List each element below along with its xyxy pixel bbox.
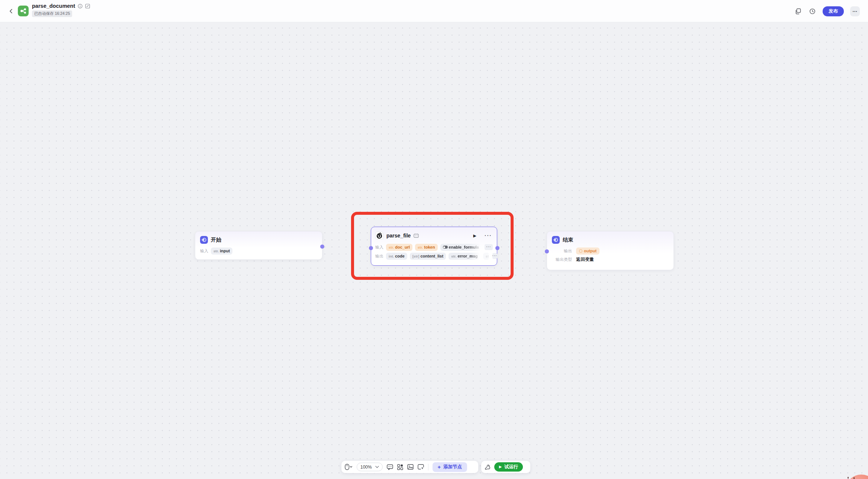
edit-title-icon[interactable] (85, 4, 90, 9)
node-end-title: 结束 (563, 237, 573, 243)
start-icon (200, 236, 208, 244)
end-type-value: 返回变量 (576, 256, 594, 263)
page-title: parse_document (32, 3, 75, 9)
info-icon[interactable] (78, 4, 83, 9)
mascot-eye (848, 477, 849, 479)
tag-name: output (584, 249, 597, 253)
top-bar: parse_document 已自动保存 16:24:25 (0, 0, 868, 22)
end-type-row: 输出类型 返回变量 (547, 255, 673, 263)
annotation-highlight-box (351, 212, 514, 280)
back-button[interactable] (8, 8, 14, 14)
duplicate-icon[interactable] (794, 7, 802, 15)
reference-icon (579, 249, 582, 253)
end-output-label: 输出 (551, 248, 572, 254)
top-bar-actions: 发布 ⋯ (794, 0, 860, 22)
test-run-button[interactable]: ▶ 试运行 (494, 462, 523, 472)
more-options-button[interactable]: ⋯ (850, 6, 860, 16)
start-input-tag[interactable]: str. input (211, 247, 232, 255)
pointer-mode-button[interactable] (345, 464, 353, 470)
frame-select-button[interactable] (418, 464, 424, 470)
play-icon: ▶ (499, 465, 502, 469)
canvas-toolbar: 100% (341, 461, 478, 473)
end-output-row: 输出 output (547, 246, 673, 255)
wrench-icon[interactable] (485, 464, 491, 470)
layout-grid-button[interactable] (397, 464, 403, 470)
node-start[interactable]: 开始 输入 str. input (195, 231, 322, 260)
chevron-down-icon (375, 466, 379, 468)
node-start-header: 开始 (195, 232, 322, 246)
node-end-header: 结束 (547, 232, 673, 246)
zoom-select[interactable]: 100% (357, 463, 383, 471)
node-end[interactable]: 结束 输出 output 输出类型 返回变量 (547, 231, 674, 270)
add-node-button[interactable]: + 添加节点 (433, 462, 467, 472)
add-node-label: 添加节点 (443, 464, 462, 470)
workflow-glyph-icon (20, 8, 26, 14)
workflow-logo (18, 6, 29, 16)
tag-name: input (220, 249, 230, 253)
tag-type: str. (213, 249, 219, 253)
start-input-label: 输入 (200, 248, 208, 254)
end-input-port[interactable] (545, 249, 549, 253)
plus-icon: + (438, 465, 441, 470)
start-output-port[interactable] (320, 245, 324, 249)
chevron-left-icon (8, 8, 14, 14)
run-toolbar: ▶ 试运行 (481, 461, 530, 473)
mascot-eye (853, 477, 855, 479)
workflow-editor-window: parse_document 已自动保存 16:24:25 (0, 0, 868, 479)
title-block: parse_document 已自动保存 16:24:25 (32, 3, 90, 17)
zoom-value: 100% (360, 465, 372, 470)
end-icon (552, 236, 560, 244)
history-icon[interactable] (808, 7, 816, 15)
publish-button[interactable]: 发布 (823, 6, 844, 16)
image-export-button[interactable] (407, 464, 414, 470)
node-start-title: 开始 (211, 237, 221, 243)
toolbar-divider (428, 464, 428, 470)
test-run-label: 试运行 (504, 464, 518, 470)
comment-button[interactable] (387, 464, 393, 470)
end-type-label: 输出类型 (551, 257, 572, 262)
autosave-badge: 已自动保存 16:24:25 (32, 10, 72, 17)
end-output-tag[interactable]: output (576, 247, 599, 255)
